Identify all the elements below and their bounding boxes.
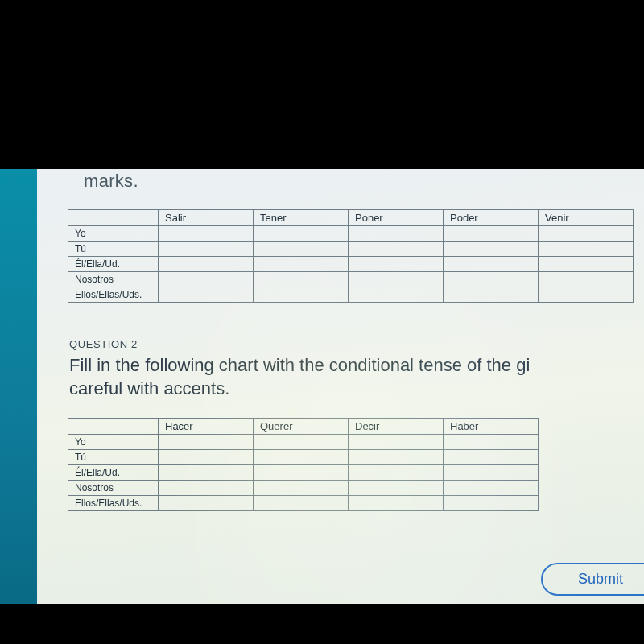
input-cell[interactable]: [539, 272, 634, 287]
row-header: Ellos/Ellas/Uds.: [68, 496, 159, 511]
row-header: Yo: [68, 435, 159, 450]
table-row: Yo: [68, 435, 539, 450]
submit-button[interactable]: Submit: [541, 563, 644, 596]
input-cell[interactable]: [159, 257, 254, 272]
input-cell[interactable]: [254, 272, 349, 287]
row-header: Él/Ella/Ud.: [68, 465, 159, 481]
app-viewport: marks. Salir Tener Poner Poder Venir Yo: [0, 169, 644, 604]
input-cell[interactable]: [254, 287, 349, 303]
table-row: Ellos/Ellas/Uds.: [68, 287, 634, 303]
screenshot-frame: marks. Salir Tener Poner Poder Venir Yo: [0, 0, 644, 644]
table-row: Salir Tener Poner Poder Venir: [68, 210, 634, 226]
column-header: Querer: [254, 419, 349, 435]
input-cell[interactable]: [349, 257, 444, 272]
column-header: Poder: [444, 210, 539, 226]
input-cell[interactable]: [159, 287, 254, 303]
input-cell[interactable]: [444, 465, 539, 481]
column-header: Haber: [444, 419, 539, 435]
input-cell[interactable]: [159, 226, 254, 242]
input-cell[interactable]: [349, 242, 444, 257]
input-cell[interactable]: [539, 287, 634, 303]
input-cell[interactable]: [349, 287, 444, 303]
input-cell[interactable]: [444, 226, 539, 242]
table-row: Él/Ella/Ud.: [68, 465, 539, 481]
input-cell[interactable]: [444, 496, 539, 511]
input-cell[interactable]: [444, 242, 539, 257]
column-header: Tener: [254, 210, 349, 226]
table-corner-cell: [68, 210, 159, 226]
input-cell[interactable]: [539, 226, 634, 242]
conjugation-table-2: Hacer Querer Decir Haber Yo Tú: [68, 418, 539, 511]
input-cell[interactable]: [159, 242, 254, 257]
column-header: Hacer: [159, 419, 254, 435]
input-cell[interactable]: [349, 435, 444, 450]
question-label: QUESTION 2: [69, 338, 644, 350]
input-cell[interactable]: [349, 272, 444, 287]
question-2-block: QUESTION 2 Fill in the following chart w…: [69, 338, 644, 400]
bottom-letterbox: [0, 604, 644, 644]
row-header: Yo: [68, 226, 159, 242]
input-cell[interactable]: [254, 496, 349, 511]
question-prompt: Fill in the following chart with the con…: [69, 353, 644, 400]
input-cell[interactable]: [444, 272, 539, 287]
input-cell[interactable]: [159, 450, 254, 465]
column-header: Decir: [349, 419, 444, 435]
table-corner-cell: [68, 419, 159, 435]
input-cell[interactable]: [349, 496, 444, 511]
table-row: Él/Ella/Ud.: [68, 257, 634, 272]
input-cell[interactable]: [159, 272, 254, 287]
table-row: Hacer Querer Decir Haber: [68, 419, 539, 435]
table-row: Nosotros: [68, 272, 634, 287]
input-cell[interactable]: [444, 450, 539, 465]
question-prompt-line: Fill in the following chart with the con…: [69, 355, 530, 375]
input-cell[interactable]: [444, 435, 539, 450]
row-header: Tú: [68, 450, 159, 465]
table-row: Nosotros: [68, 481, 539, 496]
input-cell[interactable]: [349, 465, 444, 481]
column-header: Venir: [539, 210, 634, 226]
column-header: Poner: [349, 210, 444, 226]
row-header: Él/Ella/Ud.: [68, 257, 159, 272]
question-prompt-line: careful with accents.: [69, 378, 229, 398]
input-cell[interactable]: [444, 287, 539, 303]
row-header: Nosotros: [68, 481, 159, 496]
table-row: Ellos/Ellas/Uds.: [68, 496, 539, 511]
partial-instruction-text: marks.: [37, 171, 644, 192]
input-cell[interactable]: [254, 257, 349, 272]
footer-bar: Submit: [74, 551, 644, 604]
input-cell[interactable]: [254, 242, 349, 257]
input-cell[interactable]: [159, 465, 254, 481]
row-header: Ellos/Ellas/Uds.: [68, 287, 159, 303]
input-cell[interactable]: [254, 450, 349, 465]
input-cell[interactable]: [159, 435, 254, 450]
table-row: Tú: [68, 450, 539, 465]
row-header: Tú: [68, 242, 159, 257]
table-row: Yo: [68, 226, 634, 242]
input-cell[interactable]: [444, 257, 539, 272]
left-sidebar: [0, 169, 37, 604]
input-cell[interactable]: [254, 481, 349, 496]
input-cell[interactable]: [254, 465, 349, 481]
input-cell[interactable]: [349, 226, 444, 242]
input-cell[interactable]: [349, 450, 444, 465]
table-row: Tú: [68, 242, 634, 257]
input-cell[interactable]: [254, 435, 349, 450]
conjugation-table-1: Salir Tener Poner Poder Venir Yo Tú: [68, 209, 634, 303]
input-cell[interactable]: [444, 481, 539, 496]
input-cell[interactable]: [254, 226, 349, 242]
input-cell[interactable]: [349, 481, 444, 496]
input-cell[interactable]: [159, 481, 254, 496]
row-header: Nosotros: [68, 272, 159, 287]
main-content: marks. Salir Tener Poner Poder Venir Yo: [37, 169, 644, 604]
input-cell[interactable]: [539, 242, 634, 257]
input-cell[interactable]: [159, 496, 254, 511]
column-header: Salir: [159, 210, 254, 226]
input-cell[interactable]: [539, 257, 634, 272]
